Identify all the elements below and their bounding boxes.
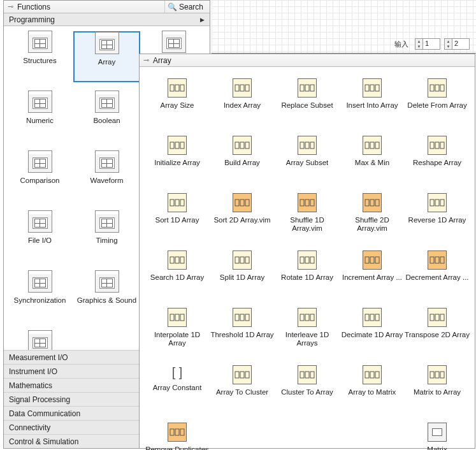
array-item-reshape-array[interactable]: Reshape Array [405,136,470,180]
array-item-increment-array[interactable]: Increment Array ... [340,250,405,295]
array-item-label: Reverse 1D Array [408,216,466,224]
array-item-insert-into-array[interactable]: Insert Into Array [340,78,405,123]
array-item-label: Threshold 1D Array [210,331,273,339]
palette-item-boolean[interactable]: Boolean [73,91,140,142]
array-item-shuffle-2d-array[interactable]: Shuffle 2D Array.vim [340,193,405,238]
array-item-transpose-2d-array[interactable]: Transpose 2D Array [405,308,470,352]
palette-item-label: File I/O [28,236,52,245]
array-to-matrix-icon [363,365,382,384]
search-label: Search [179,3,203,11]
array-item-sort-2d-array[interactable]: Sort 2D Array.vim [210,193,275,238]
array-item-build-array[interactable]: Build Array [210,136,275,180]
index-array-icon [233,78,252,98]
palette-item-label: Numeric [26,117,54,125]
svg-rect-89 [180,429,184,435]
insert-into-array-icon [363,78,382,98]
category-label: Programming [9,15,55,24]
expand-arrow-icon: ▶ [200,17,205,23]
svg-rect-64 [240,314,244,321]
palette-item-file-io[interactable]: File I/O [6,211,73,262]
category-bar-programming[interactable]: Programming ▶ [4,13,210,26]
array-item-label: Sort 2D Array.vim [213,216,270,224]
palette-item-structures[interactable]: Structures [6,31,73,82]
array-item-cluster-to-array[interactable]: Cluster To Array [275,365,340,410]
array-item-initialize-array[interactable]: Initialize Array [145,136,210,180]
array-item-rotate-1d-array[interactable]: Rotate 1D Array [275,250,340,295]
svg-rect-37 [305,200,309,206]
matrix-icon [428,423,447,442]
array-item-search-1d-array[interactable]: Search 1D Array [145,250,210,295]
array-item-label: Build Array [224,159,260,167]
array-item-label: Initialize Array [154,159,200,167]
array-item-replace-subset[interactable]: Replace Subset [275,78,340,123]
synchronization-icon [28,273,52,293]
array-item-array-size[interactable]: Array Size [145,78,210,123]
array-item-interpolate-1d-array[interactable]: Interpolate 1D Array [145,308,210,352]
array-item-array-constant[interactable]: [ ]Array Constant [145,365,210,410]
replace-subset-icon [298,78,317,98]
svg-rect-84 [430,372,434,378]
svg-rect-53 [310,257,314,263]
array-item-index-array[interactable]: Index Array [210,78,275,123]
array-item-remove-duplicates[interactable]: Remove Duplicates ... [145,423,210,450]
pin-icon[interactable]: ⊸ [8,3,13,11]
array-item-reverse-1d-array[interactable]: Reverse 1D Array [405,193,470,238]
array-subpalette: ⊸ Array Array SizeIndex ArrayReplace Sub… [139,54,475,449]
search-icon: 🔍 [168,3,177,11]
svg-rect-34 [240,200,244,206]
svg-rect-1 [175,85,179,91]
array-item-decrement-array[interactable]: Decrement Array ... [405,250,470,295]
palette-item-array[interactable]: Array [73,31,140,82]
palette-item-graphics-sound[interactable]: Graphics & Sound [73,271,140,322]
boolean-icon [95,94,119,113]
pin-icon[interactable]: ⊸ [143,56,149,64]
transpose-2d-array-icon [428,308,447,327]
numeric-value-2[interactable]: 2 [452,38,470,50]
increment-array-icon [363,250,382,270]
svg-rect-63 [235,314,239,321]
palette-item-comparison[interactable]: Comparison [6,151,73,202]
svg-rect-35 [245,200,249,206]
array-item-label: Decrement Array ... [405,273,468,282]
array-item-shuffle-1d-array[interactable]: Shuffle 1D Array.vim [275,193,340,238]
numeric-control-2[interactable]: ▲▼ 2 [444,38,470,50]
svg-rect-40 [370,200,374,206]
array-item-label: Interleave 1D Arrays [275,331,340,347]
array-item-matrix[interactable]: Matrix [405,423,470,450]
waveform-icon [95,154,119,173]
array-item-array-subset[interactable]: Array Subset [275,136,340,180]
remove-duplicates-icon [168,423,187,442]
array-item-label: Search 1D Array [150,273,204,282]
array-item-decimate-1d-array[interactable]: Decimate 1D Array [340,308,405,352]
svg-rect-54 [365,257,369,263]
palette-item-synchronization[interactable]: Synchronization [6,271,73,322]
svg-rect-85 [435,372,439,378]
svg-rect-65 [245,314,249,321]
array-item-array-to-matrix[interactable]: Array to Matrix [340,365,405,410]
array-grid: Array SizeIndex ArrayReplace SubsetInser… [140,67,475,450]
palette-item-numeric[interactable]: Numeric [6,91,73,142]
svg-rect-22 [305,142,309,149]
palette-item-label: Boolean [93,117,120,125]
spinner-icon[interactable]: ▲▼ [415,38,422,50]
palette-item-waveform[interactable]: Waveform [73,151,140,202]
palette-item-timing[interactable]: Timing [73,211,140,262]
array-item-delete-from-array[interactable]: Delete From Array [405,78,470,123]
array-item-split-1d-array[interactable]: Split 1D Array [210,250,275,295]
array-item-label: Array To Cluster [216,388,268,396]
array-item-label: Reshape Array [413,159,461,167]
svg-rect-66 [300,314,304,321]
array-item-matrix-to-array[interactable]: Matrix to Array [405,365,470,410]
array-item-interleave-1d-arrays[interactable]: Interleave 1D Arrays [275,308,340,352]
array-item-array-to-cluster[interactable]: Array To Cluster [210,365,275,410]
spinner-icon[interactable]: ▲▼ [444,38,452,50]
numeric-control-1[interactable]: ▲▼ 1 [415,38,440,50]
svg-rect-79 [305,372,309,378]
array-item-max-min[interactable]: Max & Min [340,136,405,180]
numeric-value-1[interactable]: 1 [422,38,440,50]
threshold-1d-array-icon [233,308,252,327]
array-item-sort-1d-array[interactable]: Sort 1D Array [145,193,210,238]
search-button[interactable]: 🔍 Search [164,1,206,13]
file-io-icon [28,214,52,233]
array-item-threshold-1d-array[interactable]: Threshold 1D Array [210,308,275,352]
